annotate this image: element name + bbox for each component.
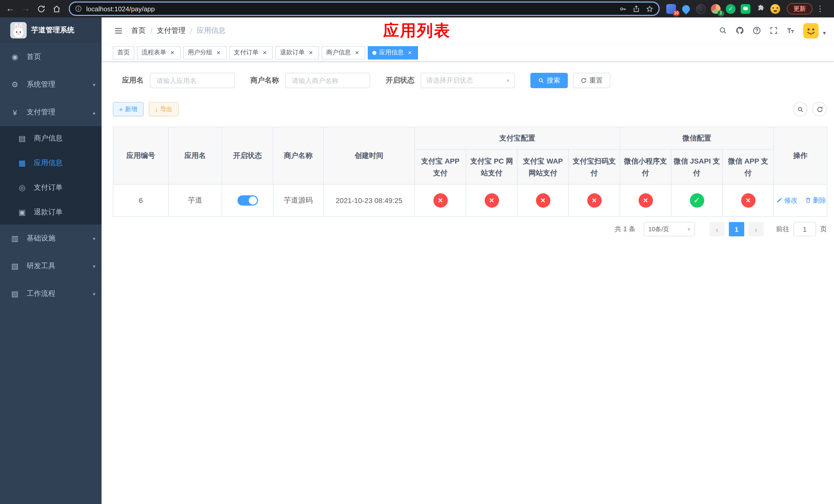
extension-icon-1[interactable]: 10 (666, 3, 677, 14)
tabs-bar: 首页 流程表单 × 用户分组 × 支付订单 × 退款订单 × (102, 44, 834, 62)
sidebar-item-workflow[interactable]: ▨ 工作流程 ▾ (0, 280, 102, 307)
table-row: 6 芋道 芋道源码 2021-10-23 08:49:25 × × × × × (113, 184, 827, 216)
cell-merchant: 芋道源码 (273, 184, 323, 216)
browser-window: ← → localhost:1024/pay/app (0, 0, 834, 504)
sidebar: 芋道管理系统 ◉ 首页 ⚙ 系统管理 ▾ ¥ 支付管理 ▴ (0, 18, 102, 504)
sidebar-item-infrastructure[interactable]: ▥ 基础设施 ▾ (0, 225, 102, 252)
cell-actions: 修改 删除 (774, 184, 827, 216)
bookmark-star-icon[interactable] (646, 5, 654, 13)
tab-merchant-info[interactable]: 商户信息 × (322, 46, 365, 59)
col-wechat-app: 微信 APP 支付 (722, 150, 774, 184)
refresh-table-button[interactable] (812, 102, 827, 116)
tab-close-icon[interactable]: × (261, 49, 268, 56)
tab-app-info[interactable]: 应用信息 × (368, 46, 418, 59)
chevron-down-icon: ▾ (93, 235, 95, 241)
extension-icon-2[interactable] (681, 3, 692, 14)
extension-badge: 10 (673, 10, 680, 16)
sidebar-item-app-info[interactable]: ▦ 应用信息 (0, 151, 102, 175)
logo-rabbit-icon (10, 22, 27, 39)
share-icon[interactable] (632, 5, 640, 13)
sidebar-menu: ◉ 首页 ⚙ 系统管理 ▾ ¥ 支付管理 ▴ ▤ 商户信息 (0, 43, 102, 307)
sidebar-item-devtools[interactable]: ▧ 研发工具 ▾ (0, 252, 102, 280)
fullscreen-icon[interactable] (770, 26, 778, 35)
sidebar-item-payment[interactable]: ¥ 支付管理 ▴ (0, 98, 102, 126)
tab-process-form[interactable]: 流程表单 × (137, 46, 180, 59)
address-bar[interactable]: localhost:1024/pay/app (69, 2, 660, 16)
sidebar-item-system[interactable]: ⚙ 系统管理 ▾ (0, 71, 102, 98)
toggle-search-button[interactable] (793, 102, 807, 116)
prev-page-button[interactable]: ‹ (709, 222, 725, 236)
browser-reload-button[interactable] (34, 2, 48, 16)
browser-menu-icon[interactable]: ⋮ (815, 4, 825, 13)
tab-user-group[interactable]: 用户分组 × (183, 46, 227, 59)
goto-page-input[interactable] (793, 222, 816, 236)
search-button[interactable]: 搜索 (530, 73, 568, 88)
delete-link[interactable]: 删除 (805, 196, 826, 205)
tab-pay-order[interactable]: 支付订单 × (229, 46, 273, 59)
trash-icon (805, 197, 811, 204)
pagination-total: 共 1 条 (615, 225, 636, 234)
chevron-down-icon[interactable]: ▾ (823, 29, 826, 36)
top-navbar: 首页 / 支付管理 / 应用信息 应用列表 (102, 18, 834, 44)
breadcrumb-home[interactable]: 首页 (131, 26, 146, 35)
tab-close-icon[interactable]: × (406, 49, 413, 56)
breadcrumb-payment[interactable]: 支付管理 (157, 26, 186, 35)
site-info-icon[interactable] (75, 5, 82, 12)
extension-icon-5[interactable]: ✓ (725, 3, 736, 14)
add-button[interactable]: + 新增 (113, 102, 144, 116)
sidebar-item-merchant-info[interactable]: ▤ 商户信息 (0, 126, 102, 151)
page-size-select[interactable]: 10条/页 ▾ (644, 222, 695, 236)
tab-close-icon[interactable]: × (353, 49, 360, 56)
tab-close-icon[interactable]: × (215, 49, 222, 56)
status-select[interactable]: 请选择开启状态 ▾ (421, 73, 515, 88)
extension-icon-6[interactable] (740, 3, 751, 14)
edit-link[interactable]: 修改 (776, 196, 797, 205)
tab-close-icon[interactable]: × (307, 49, 314, 56)
app-name-input[interactable] (150, 73, 235, 88)
payment-submenu: ▤ 商户信息 ▦ 应用信息 ◎ 支付订单 ▣ 退款订单 (0, 126, 102, 225)
next-page-button[interactable]: › (748, 222, 764, 236)
browser-forward-button[interactable]: → (19, 2, 33, 16)
app-title: 芋道管理系统 (31, 26, 74, 35)
export-button[interactable]: ↓ 导出 (149, 102, 178, 116)
col-wechat-jsapi: 微信 JSAPI 支付 (671, 150, 722, 184)
sidebar-item-refund-order[interactable]: ▣ 退款订单 (0, 200, 102, 225)
extension-icon-3[interactable] (696, 3, 706, 14)
chevron-down-icon: ▾ (93, 291, 95, 297)
sidebar-item-pay-order[interactable]: ◎ 支付订单 (0, 175, 102, 200)
breadcrumb-app-info: 应用信息 (197, 26, 226, 35)
browser-update-button[interactable]: 更新 (787, 3, 812, 14)
tab-refund-order[interactable]: 退款订单 × (276, 46, 319, 59)
help-icon[interactable] (753, 26, 762, 35)
user-avatar[interactable] (804, 23, 819, 38)
browser-toolbar: ← → localhost:1024/pay/app (0, 0, 834, 18)
sidebar-item-home[interactable]: ◉ 首页 (0, 43, 102, 71)
hamburger-icon[interactable] (114, 26, 123, 35)
col-status: 开启状态 (222, 127, 273, 184)
cell-wechat-jsapi: ✓ (671, 184, 722, 216)
merchant-name-input[interactable] (285, 73, 370, 88)
browser-back-button[interactable]: ← (3, 2, 18, 16)
github-icon[interactable] (736, 26, 745, 35)
search-icon[interactable] (719, 26, 728, 35)
tab-close-icon[interactable]: × (169, 49, 176, 56)
reset-button[interactable]: 重置 (573, 73, 610, 88)
extensions-puzzle-icon[interactable] (755, 3, 766, 14)
tab-label: 用户分组 (188, 48, 212, 57)
tools-icon: ▧ (10, 261, 20, 271)
page-1-button[interactable]: 1 (729, 222, 744, 236)
extension-icon-8[interactable] (770, 3, 781, 14)
reset-button-label: 重置 (589, 76, 603, 85)
url-text[interactable]: localhost:1024/pay/app (86, 5, 155, 13)
sidebar-item-label: 基础设施 (27, 234, 93, 243)
col-actions: 操作 (774, 127, 827, 184)
font-size-icon[interactable] (787, 26, 795, 35)
filter-status-label: 开启状态 (386, 76, 414, 85)
tab-home[interactable]: 首页 (113, 46, 134, 59)
status-toggle[interactable] (237, 196, 258, 206)
app-logo[interactable]: 芋道管理系统 (0, 18, 102, 43)
cell-create-time: 2021-10-23 08:49:25 (323, 184, 415, 216)
extension-icon-4[interactable]: 1 (710, 3, 721, 14)
browser-home-button[interactable] (49, 2, 64, 16)
password-key-icon[interactable] (619, 5, 627, 13)
